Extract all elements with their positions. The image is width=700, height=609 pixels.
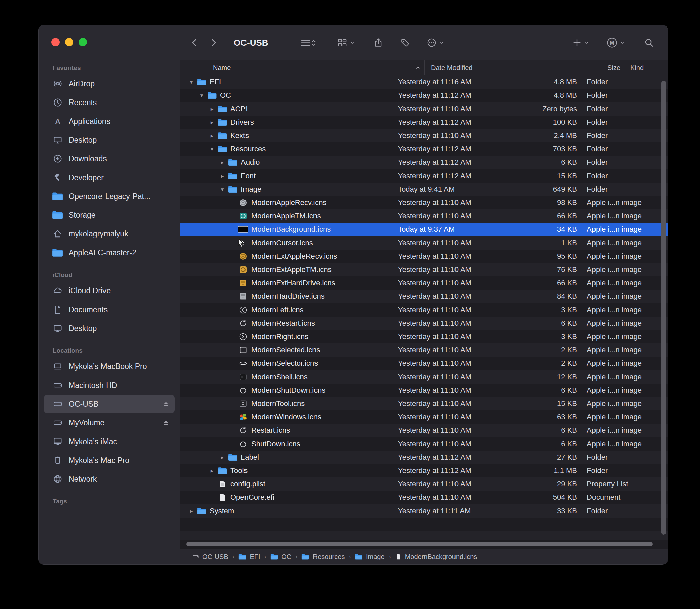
- search-button[interactable]: [644, 37, 654, 48]
- view-as-list-button[interactable]: [300, 37, 316, 48]
- sidebar-item-opencore-legacy-pat[interactable]: Opencore-Legacy-Pat...: [44, 187, 175, 206]
- sidebar-item-storage[interactable]: Storage: [44, 206, 175, 224]
- path-item-oc[interactable]: OC: [270, 553, 292, 561]
- file-row-audio[interactable]: ▸AudioYesterday at 11:12 AM6 KBFolder: [180, 156, 667, 169]
- file-row-modernextapplerecv-icns[interactable]: ModernExtAppleRecv.icnsYesterday at 11:1…: [180, 249, 667, 263]
- disclosure-triangle[interactable]: ▾: [197, 92, 207, 99]
- group-by-button[interactable]: [337, 37, 355, 48]
- share-button[interactable]: [373, 37, 384, 48]
- path-item-resources[interactable]: Resources: [301, 553, 345, 561]
- file-row-acpi[interactable]: ▸ACPIYesterday at 11:10 AMZero bytesFold…: [180, 102, 667, 116]
- file-row-modernwindows-icns[interactable]: ModernWindows.icnsYesterday at 11:10 AM6…: [180, 410, 667, 424]
- path-item-label: OC: [281, 553, 292, 561]
- file-row-modernbackground-icns[interactable]: ModernBackground.icnsToday at 9:37 AM34 …: [180, 223, 667, 236]
- disclosure-triangle[interactable]: ▾: [186, 79, 196, 86]
- sidebar-item-airdrop[interactable]: AirDrop: [44, 74, 175, 93]
- file-row-modernextharddrive-icns[interactable]: ModernExtHardDrive.icnsYesterday at 11:1…: [180, 276, 667, 290]
- sidebar-item-mykola-s-imac[interactable]: Mykola’s iMac: [44, 432, 175, 451]
- file-row-restart-icns[interactable]: Restart.icnsYesterday at 11:10 AM6 KBApp…: [180, 424, 667, 437]
- sidebar-item-applications[interactable]: AApplications: [44, 112, 175, 130]
- file-row-kexts[interactable]: ▸KextsYesterday at 11:10 AM2.4 MBFolder: [180, 129, 667, 142]
- tags-button[interactable]: [400, 38, 410, 48]
- file-row-moderntool-icns[interactable]: ModernTool.icnsYesterday at 11:10 AM15 K…: [180, 397, 667, 410]
- file-row-modernapplerecv-icns[interactable]: ModernAppleRecv.icnsYesterday at 11:10 A…: [180, 196, 667, 209]
- file-row-shutdown-icns[interactable]: ShutDown.icnsYesterday at 11:10 AM6 KBAp…: [180, 437, 667, 451]
- file-date-modified: Yesterday at 11:12 AM: [391, 118, 516, 127]
- sidebar-item-network[interactable]: Network: [44, 470, 175, 488]
- zoom-window-button[interactable]: [79, 38, 87, 46]
- sidebar-item-icloud-drive[interactable]: iCloud Drive: [44, 281, 175, 300]
- file-row-modernappletm-icns[interactable]: ModernAppleTM.icnsYesterday at 11:10 AM6…: [180, 209, 667, 223]
- file-row-tools[interactable]: ▸ToolsYesterday at 11:12 AM1.1 MBFolder: [180, 464, 667, 477]
- sidebar: FavoritesAirDropRecentsAApplicationsDesk…: [38, 25, 180, 564]
- file-row-modernextappletm-icns[interactable]: ModernExtAppleTM.icnsYesterday at 11:10 …: [180, 263, 667, 276]
- disclosure-triangle[interactable]: ▸: [207, 105, 217, 112]
- close-window-button[interactable]: [51, 38, 59, 46]
- file-row-oc[interactable]: ▾OCYesterday at 11:12 AM4.8 MBFolder: [180, 89, 667, 102]
- eject-icon[interactable]: [162, 419, 170, 427]
- horizontal-scrollbar[interactable]: [186, 542, 653, 546]
- sidebar-item-desktop[interactable]: Desktop: [44, 130, 175, 150]
- file-size: 6 KB: [516, 319, 580, 328]
- sidebar-item-macintosh-hd[interactable]: Macintosh HD: [44, 376, 175, 395]
- user-menu-button[interactable]: M: [607, 37, 625, 48]
- column-header-kind[interactable]: Kind: [624, 60, 667, 75]
- sidebar-item-mykola-s-macbook-pro[interactable]: Mykola’s MacBook Pro: [44, 357, 175, 376]
- back-button[interactable]: [190, 37, 199, 48]
- minimize-window-button[interactable]: [65, 38, 73, 46]
- sidebar-item-recents[interactable]: Recents: [44, 93, 175, 112]
- file-row-moderncursor-icns[interactable]: ModernCursor.icnsYesterday at 11:10 AM1 …: [180, 236, 667, 249]
- file-row-modernright-icns[interactable]: ModernRight.icnsYesterday at 11:10 AM3 K…: [180, 330, 667, 343]
- disclosure-triangle[interactable]: ▸: [217, 454, 227, 461]
- sidebar-item-downloads[interactable]: Downloads: [44, 150, 175, 168]
- file-row-efi[interactable]: ▾EFIYesterday at 11:16 AM4.8 MBFolder: [180, 75, 667, 89]
- sidebar-item-mykolagrymalyuk[interactable]: mykolagrymalyuk: [44, 224, 175, 243]
- file-row-modernselected-icns[interactable]: ModernSelected.icnsYesterday at 11:10 AM…: [180, 343, 667, 357]
- file-row-resources[interactable]: ▾ResourcesYesterday at 11:12 AM703 KBFol…: [180, 142, 667, 156]
- column-header-date-modified[interactable]: Date Modified: [425, 60, 556, 75]
- vertical-scrollbar[interactable]: [662, 81, 666, 535]
- disclosure-triangle[interactable]: ▸: [217, 159, 227, 166]
- column-header-name[interactable]: Name: [180, 60, 425, 75]
- new-item-button[interactable]: [572, 38, 589, 47]
- disclosure-triangle[interactable]: ▾: [217, 186, 227, 193]
- folder-icon: [227, 158, 238, 167]
- file-row-modernshell-icns[interactable]: ModernShell.icnsYesterday at 11:10 AM12 …: [180, 370, 667, 384]
- sidebar-item-desktop[interactable]: Desktop: [44, 319, 175, 338]
- sidebar-item-documents[interactable]: Documents: [44, 300, 175, 319]
- sidebar-item-myvolume[interactable]: MyVolume: [44, 413, 175, 432]
- disclosure-triangle[interactable]: ▸: [207, 132, 217, 139]
- disclosure-triangle[interactable]: ▾: [207, 146, 217, 153]
- file-row-system[interactable]: ▸SystemYesterday at 11:11 AM33 KBFolder: [180, 504, 667, 518]
- disclosure-triangle[interactable]: ▸: [186, 507, 196, 515]
- sidebar-item-developer[interactable]: Developer: [44, 168, 175, 187]
- eject-icon[interactable]: [162, 400, 170, 408]
- path-item-image[interactable]: Image: [355, 553, 385, 561]
- file-row-modernharddrive-icns[interactable]: ModernHardDrive.icnsYesterday at 11:10 A…: [180, 290, 667, 303]
- toolbar: OC-USB M: [180, 25, 667, 60]
- forward-button[interactable]: [208, 37, 218, 48]
- file-row-label[interactable]: ▸LabelYesterday at 11:12 AM27 KBFolder: [180, 451, 667, 464]
- file-row-config-plist[interactable]: config.plistYesterday at 11:10 AM29 KBPr…: [180, 477, 667, 491]
- sidebar-item-oc-usb[interactable]: OC-USB: [44, 395, 175, 413]
- path-item-oc-usb[interactable]: OC-USB: [192, 553, 228, 561]
- file-row-drivers[interactable]: ▸DriversYesterday at 11:12 AM100 KBFolde…: [180, 116, 667, 129]
- more-actions-button[interactable]: [427, 37, 444, 48]
- disclosure-triangle[interactable]: ▸: [207, 119, 217, 126]
- file-row-modernleft-icns[interactable]: ModernLeft.icnsYesterday at 11:10 AM3 KB…: [180, 303, 667, 316]
- column-header-size[interactable]: Size: [556, 60, 624, 75]
- hdd-icon: [52, 380, 63, 391]
- file-row-opencore-efi[interactable]: OpenCore.efiYesterday at 11:10 AM504 KBD…: [180, 491, 667, 504]
- file-row-modernrestart-icns[interactable]: ModernRestart.icnsYesterday at 11:10 AM6…: [180, 316, 667, 330]
- sidebar-item-applealc-master-2[interactable]: AppleALC-master-2: [44, 243, 175, 262]
- file-row-font[interactable]: ▸FontYesterday at 11:12 AM15 KBFolder: [180, 169, 667, 182]
- path-item-efi[interactable]: EFI: [239, 553, 260, 561]
- disclosure-triangle[interactable]: ▸: [207, 467, 217, 474]
- disclosure-triangle[interactable]: ▸: [217, 173, 227, 179]
- sidebar-item-mykola-s-mac-pro[interactable]: Mykola’s Mac Pro: [44, 451, 175, 470]
- file-row-image[interactable]: ▾ImageToday at 9:41 AM649 KBFolder: [180, 182, 667, 196]
- file-row-modernselector-icns[interactable]: ModernSelector.icnsYesterday at 11:10 AM…: [180, 357, 667, 370]
- path-item-modernbackground-icns[interactable]: ModernBackground.icns: [395, 553, 477, 561]
- file-row-modernshutdown-icns[interactable]: ModernShutDown.icnsYesterday at 11:10 AM…: [180, 384, 667, 397]
- file-kind: Folder: [580, 172, 667, 180]
